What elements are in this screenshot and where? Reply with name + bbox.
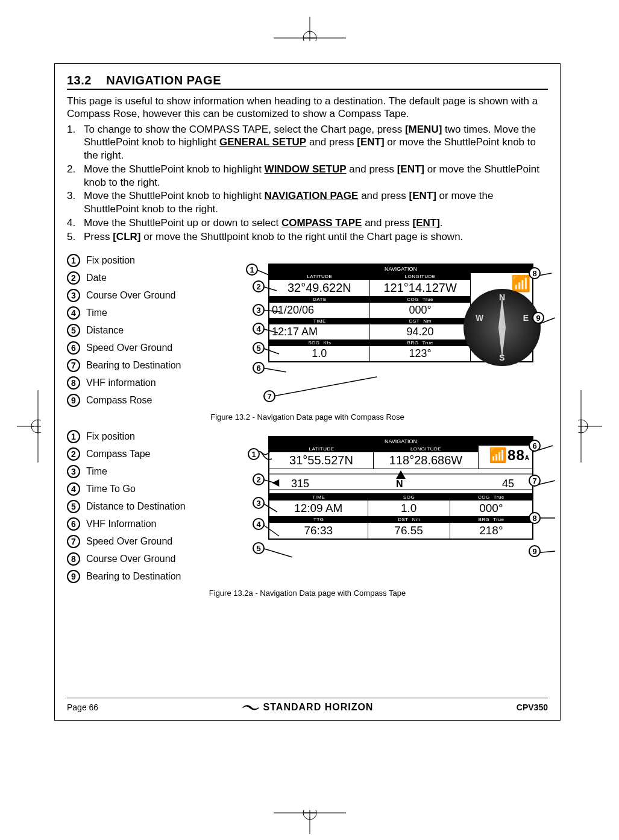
svg-point-12 — [31, 420, 41, 433]
callout-bubble: 8 — [529, 512, 541, 524]
callout-2: 2 — [67, 271, 80, 285]
legend-item: Speed Over Ground — [86, 343, 172, 353]
callout-bubble: 5 — [253, 542, 265, 554]
callout-7: 7 — [67, 535, 80, 548]
screen-header: NAVIGATION — [269, 265, 532, 273]
brg-label: BRGTrue — [370, 339, 471, 346]
step-number: 3. — [67, 189, 84, 216]
step-4: 4. Move the ShuttlePoint up or down to s… — [67, 216, 548, 230]
legend-item: Course Over Ground — [86, 554, 176, 564]
callout-1: 1 — [67, 430, 80, 443]
legend-item: Speed Over Ground — [86, 536, 172, 547]
crop-mark-right — [578, 390, 602, 463]
crop-mark-bottom — [274, 810, 346, 834]
legend-2: 1Fix position 2Compass Tape 3Time 4Time … — [67, 428, 224, 585]
sog-label: SOG — [368, 494, 450, 501]
callout-4: 4 — [67, 482, 80, 496]
time-value: 12:17 AM — [269, 324, 370, 339]
tape-right-value: 45 — [502, 478, 514, 490]
lat-value: 31°55.527N — [269, 452, 374, 469]
step-number: 4. — [67, 216, 84, 230]
legend-1: 1Fix position 2Date 3Course Over Ground … — [67, 251, 224, 409]
page-content: 13.2 NAVIGATION PAGE This page is useful… — [54, 63, 561, 721]
step-text: Move the ShuttlePoint knob to highlight … — [84, 189, 548, 216]
legend-item: Course Over Ground — [86, 290, 176, 301]
callout-9: 9 — [67, 394, 80, 407]
callout-bubble: 7 — [263, 390, 275, 402]
legend-item: Distance to Destination — [86, 501, 186, 512]
legend-item: Distance — [86, 325, 124, 336]
section-title-text: NAVIGATION PAGE — [106, 74, 221, 87]
step-number: 5. — [67, 230, 84, 244]
callout-7: 7 — [67, 359, 80, 372]
cog-label: COGTrue — [370, 296, 471, 303]
brg-value: 123° — [370, 346, 471, 361]
callout-bubble: 6 — [253, 362, 265, 374]
page-footer: Page 66 STANDARD HORIZON CPV350 — [67, 698, 548, 713]
callout-bubble: 2 — [253, 280, 265, 292]
lon-value: 118°28.686W — [374, 452, 478, 469]
cog-value: 000° — [450, 501, 532, 516]
figure-1-block: 1Fix position 2Date 3Course Over Ground … — [67, 251, 548, 409]
callout-5: 5 — [67, 324, 80, 337]
step-3: 3. Move the ShuttlePoint knob to highlig… — [67, 189, 548, 216]
legend-item: Compass Rose — [86, 395, 152, 406]
callout-3: 3 — [67, 289, 80, 302]
figure-1-diagram: NAVIGATION LATITUDE 32°49.622N LONGITUDE — [244, 251, 548, 408]
figure-1-caption: Figure 13.2 - Navigation Data page with … — [67, 412, 548, 422]
legend-item: Bearing to Destination — [86, 571, 181, 582]
sog-value: 1.0 — [368, 501, 450, 516]
callout-2: 2 — [67, 447, 80, 461]
cog-label: COGTrue — [450, 494, 532, 501]
callout-bubble: 6 — [529, 440, 541, 452]
callout-bubble: 9 — [532, 312, 544, 324]
callout-bubble: 3 — [253, 497, 265, 509]
callout-3: 3 — [67, 465, 80, 478]
step-text: Move the ShuttlePoint up or down to sele… — [84, 216, 443, 230]
ttg-label: TTG — [269, 516, 368, 523]
callout-bubble: 5 — [253, 342, 265, 354]
svg-point-17 — [578, 420, 588, 433]
legend-item: Fix position — [86, 255, 135, 266]
intro-paragraph: This page is useful to show information … — [67, 95, 548, 121]
screen-header: NAVIGATION — [269, 437, 532, 446]
lat-label: LATITUDE — [269, 273, 370, 280]
legend-item: VHF information — [86, 377, 156, 388]
callout-bubble: 2 — [253, 473, 265, 485]
svg-line-36 — [262, 548, 292, 557]
callout-6: 6 — [67, 341, 80, 355]
step-2: 2. Move the ShuttlePoint knob to highlig… — [67, 163, 548, 189]
time-label: TIME — [269, 494, 368, 501]
step-text: Move the ShuttlePoint knob to highlight … — [84, 163, 548, 189]
step-1: 1. To change to show the COMPASS TAPE, s… — [67, 123, 548, 162]
lon-value: 121°14.127W — [370, 280, 471, 296]
callout-bubble: 4 — [253, 323, 265, 335]
brg-label: BRGTrue — [450, 516, 532, 523]
svg-point-2 — [303, 31, 316, 41]
time-label: TIME — [269, 318, 370, 324]
svg-point-7 — [303, 810, 316, 819]
dst-value: 94.20 — [370, 324, 471, 339]
step-5: 5. Press [CLR] or move the Shuttlpoint k… — [67, 230, 548, 244]
date-label: DATE — [269, 296, 370, 303]
callout-bubble: 1 — [246, 264, 258, 276]
cog-value: 000° — [370, 303, 471, 318]
step-number: 2. — [67, 163, 84, 189]
page-number: Page 66 — [67, 703, 98, 712]
figure-2-block: 1Fix position 2Compass Tape 3Time 4Time … — [67, 428, 548, 585]
svg-marker-20 — [498, 296, 506, 359]
model-number: CPV350 — [517, 703, 548, 712]
legend-item: Time — [86, 466, 107, 477]
svg-line-27 — [273, 377, 377, 396]
legend-item: Time — [86, 308, 107, 318]
legend-item: VHF Information — [86, 519, 156, 529]
crop-mark-left — [17, 390, 41, 463]
date-value: 01/20/06 — [269, 303, 370, 318]
brand-logo: STANDARD HORIZON — [242, 702, 374, 713]
callout-4: 4 — [67, 306, 80, 320]
figure-2-caption: Figure 13.2a - Navigation Data page with… — [67, 589, 548, 598]
dst-label: DSTNm — [368, 516, 450, 523]
callout-8: 8 — [67, 552, 80, 566]
step-text: To change to show the COMPASS TAPE, sele… — [84, 123, 548, 162]
tape-left-value: 315 — [291, 478, 309, 490]
